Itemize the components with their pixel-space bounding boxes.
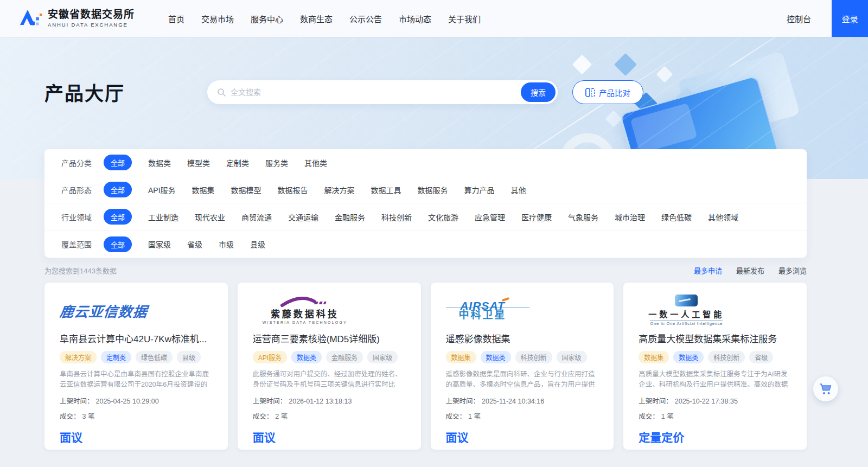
compare-label: 产品比对: [599, 87, 630, 98]
sort-option-2[interactable]: 最多浏览: [778, 265, 807, 276]
filter-option-4[interactable]: 数据报告: [278, 184, 308, 195]
filter-label: 产品形态: [61, 184, 104, 195]
nav-item-0[interactable]: 首页: [168, 13, 184, 24]
tag: 数据集: [639, 351, 669, 363]
product-title[interactable]: 阜南县云计算中心42U-7Kw标准机...: [60, 331, 213, 345]
filter-option-8[interactable]: 算力产品: [464, 184, 495, 195]
product-description: 高质量大模型数据集采集标注服务专注于为AI研发企业、科研机构及行业用户提供精准、…: [639, 369, 792, 391]
brand-name: 安徽省数据交易所: [48, 9, 135, 21]
filter-option-0[interactable]: 全部: [104, 236, 132, 252]
filter-options: 全部API服务数据集数据模型数据报告解决方案数据工具数据服务算力产品其他: [104, 182, 526, 197]
deal-count-value: 1 笔: [661, 413, 674, 420]
filter-option-7[interactable]: 数据服务: [418, 184, 448, 195]
product-title[interactable]: 运营商三要素核验(MD5详细版): [253, 331, 406, 345]
product-description: 此服务通可对用户提交的、经过加密处理的姓名、身份证号码及手机号码三项关键信息进行…: [253, 369, 406, 391]
deal-count: 成交：2 笔: [253, 411, 406, 421]
filter-option-3[interactable]: 定制类: [226, 157, 249, 168]
filter-option-2[interactable]: 数据集: [192, 184, 215, 195]
product-tags: 解决方案 定制类 绿色低碳 县级: [60, 351, 213, 363]
filter-option-2[interactable]: 现代农业: [195, 212, 225, 222]
search-input[interactable]: [231, 88, 521, 97]
price: 面议: [446, 428, 599, 445]
filter-option-11[interactable]: 城市治理: [615, 212, 645, 222]
filter-option-4[interactable]: 交通运输: [288, 212, 318, 222]
product-title[interactable]: 高质量大模型数据集采集标注服务: [639, 331, 792, 345]
product-card[interactable]: 鹿云亚信数据 阜南县云计算中心42U-7Kw标准机... 解决方案 定制类 绿色…: [44, 283, 228, 450]
vendor-logo-subtitle: WISTERIA DATA TECHNOLOGY: [263, 321, 347, 324]
listed-time-label: 上架时间：: [639, 398, 673, 405]
filter-option-6[interactable]: 科技创新: [381, 212, 412, 222]
product-card[interactable]: 紫藤数据科技 WISTERIA DATA TECHNOLOGY 运营商三要素核验…: [238, 283, 421, 450]
filter-option-0[interactable]: 全部: [104, 209, 132, 225]
filter-option-2[interactable]: 模型类: [187, 157, 210, 168]
shopping-cart-icon: [819, 382, 833, 395]
filter-option-0[interactable]: 全部: [104, 155, 132, 170]
filter-options: 全部数据类模型类定制类服务类其他类: [104, 155, 327, 170]
filter-option-7[interactable]: 文化旅游: [428, 212, 458, 222]
nav-item-4[interactable]: 公示公告: [349, 13, 382, 24]
product-compare-button[interactable]: 产品比对: [572, 80, 643, 104]
filter-option-1[interactable]: API服务: [148, 184, 176, 195]
compare-icon: [585, 88, 595, 97]
brand-logo-icon: [20, 8, 42, 29]
filter-option-2[interactable]: 省级: [187, 239, 202, 250]
filter-option-4[interactable]: 县级: [250, 239, 265, 250]
filter-option-1[interactable]: 数据类: [148, 157, 171, 168]
brand-subtitle: ANHUI DATA EXCHANGE: [48, 22, 135, 28]
product-card[interactable]: 一数一人工智能 One In One Artificial Intelligen…: [623, 283, 807, 450]
login-button[interactable]: 登录: [832, 0, 868, 37]
filter-option-13[interactable]: 其他领域: [708, 212, 738, 222]
brand-logo[interactable]: 安徽省数据交易所 ANHUI DATA EXCHANGE: [20, 8, 135, 29]
sort-option-0[interactable]: 最多申请: [694, 265, 722, 276]
results-summary: 为您搜索到1443条数据: [44, 265, 117, 276]
decor-cube: [676, 87, 697, 107]
nav-item-2[interactable]: 服务中心: [251, 13, 283, 24]
filter-option-5[interactable]: 解决方案: [324, 184, 355, 195]
console-link[interactable]: 控制台: [787, 13, 811, 24]
tag: API服务: [253, 351, 287, 363]
product-title[interactable]: 遥感影像数据集: [446, 331, 599, 345]
filter-option-9[interactable]: 其他: [511, 184, 526, 195]
oneai-logo-icon: [675, 295, 698, 306]
sort-option-1[interactable]: 最新发布: [736, 265, 764, 276]
tag: 绿色低碳: [136, 351, 173, 363]
tag: 定制类: [101, 351, 131, 363]
cart-fab-button[interactable]: [813, 376, 838, 401]
tag: 数据集: [446, 351, 476, 363]
tag: 解决方案: [60, 351, 97, 363]
wisteria-swoosh-icon: [279, 297, 331, 308]
filter-option-1[interactable]: 国家级: [148, 239, 171, 250]
vendor-logo: 一数一人工智能 One In One Artificial Intelligen…: [639, 295, 792, 326]
filter-option-5[interactable]: 其他类: [304, 157, 327, 168]
filter-options: 全部工业制造现代农业商贸流通交通运输金融服务科技创新文化旅游应急管理医疗健康气象…: [104, 209, 738, 225]
nav-item-3[interactable]: 数商生态: [300, 13, 333, 24]
search-button[interactable]: 搜索: [521, 82, 556, 102]
nav-item-5[interactable]: 市场动态: [399, 13, 431, 24]
filter-option-10[interactable]: 气象服务: [568, 212, 598, 222]
filter-option-9[interactable]: 医疗健康: [521, 212, 552, 222]
tag: 科技创新: [515, 351, 552, 363]
filter-option-3[interactable]: 商贸流通: [241, 212, 272, 222]
listed-time-value: 2025-10-22 17:38:35: [675, 398, 738, 405]
tag: 数据类: [481, 351, 511, 363]
filter-option-8[interactable]: 应急管理: [475, 212, 505, 222]
filter-option-6[interactable]: 数据工具: [371, 184, 401, 195]
product-card[interactable]: AIRSAT 中科卫星 遥感影像数据集 数据集 数据类 科技创新 国家级 遥感影…: [431, 283, 614, 450]
filter-option-1[interactable]: 工业制造: [148, 212, 178, 222]
price: 面议: [60, 428, 213, 445]
filter-option-5[interactable]: 金融服务: [335, 212, 365, 222]
nav-item-1[interactable]: 交易市场: [201, 13, 234, 24]
main-nav: 首页交易市场服务中心数商生态公示公告市场动态关于我们: [168, 13, 481, 24]
tag: 金融服务: [326, 351, 363, 363]
filter-option-3[interactable]: 数据模型: [231, 184, 261, 195]
vendor-logo-text: AIRSAT: [460, 300, 505, 311]
filter-option-3[interactable]: 市级: [219, 239, 234, 250]
filter-option-4[interactable]: 服务类: [265, 157, 288, 168]
nav-item-6[interactable]: 关于我们: [448, 13, 481, 24]
listed-time: 上架时间：2025-11-24 10:34:16: [446, 395, 599, 406]
search-icon: [217, 88, 226, 97]
decor-panel: [678, 52, 800, 144]
filter-option-0[interactable]: 全部: [104, 182, 132, 197]
filter-option-12[interactable]: 绿色低碳: [661, 212, 692, 222]
filter-row-product-category: 产品分类 全部数据类模型类定制类服务类其他类: [44, 149, 807, 176]
